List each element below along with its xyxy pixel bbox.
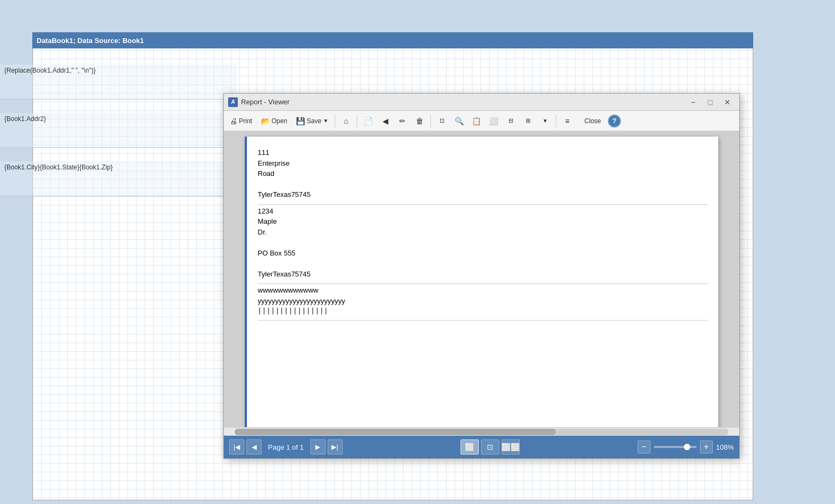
page-indicator: Page 1 of 1 — [268, 443, 304, 451]
fit-width-icon: ⊡ — [487, 443, 493, 451]
zoom-out-button[interactable]: − — [638, 441, 650, 453]
save-icon: 💾 — [296, 117, 305, 125]
toggle-button[interactable]: ≡ — [559, 113, 575, 129]
viewer-title-text: Report - Viewer — [241, 98, 289, 106]
viewer-titlebar-controls: − □ ✕ — [685, 96, 735, 108]
nav-controls: |◀ ◀ Page 1 of 1 ▶ ▶| — [229, 439, 343, 455]
zoom-slider-thumb — [684, 444, 690, 450]
viewer-statusbar: |◀ ◀ Page 1 of 1 ▶ ▶| ⬜ ⊡ ⬜⬜ — [224, 436, 739, 458]
fit-width-button[interactable]: ⊡ — [481, 439, 499, 455]
new-page-icon: 📄 — [364, 117, 373, 125]
record-3-addr1-line1: wwwwwwwwwwww — [258, 285, 707, 296]
search-button[interactable]: 🔍 — [451, 113, 467, 129]
two-page-icon: ⬜⬜ — [501, 443, 520, 451]
record-2-po-box: PO Box 555 — [258, 248, 707, 259]
edit-icon: ✏ — [399, 117, 406, 125]
two-page-view-button[interactable]: ⬜⬜ — [501, 439, 520, 455]
zoom-slider[interactable] — [654, 446, 697, 448]
field-3-text: {Book1.City}{Book1.State}{Book1.Zip} — [4, 164, 112, 171]
scrollbar-track — [235, 429, 728, 435]
open-button[interactable]: 📂 Open — [257, 113, 291, 129]
field-2-text: {Book1.Addr2} — [4, 115, 46, 123]
open-icon: 📂 — [261, 117, 270, 125]
fit-page-button[interactable]: ⊡ — [434, 113, 450, 129]
print-label: Print — [239, 117, 252, 125]
new-page-button[interactable]: 📄 — [360, 113, 376, 129]
prev-page-button[interactable]: ◀ — [377, 113, 393, 129]
text-view-icon: 📋 — [472, 117, 481, 125]
zoom-in-icon: + — [704, 442, 709, 452]
zoom-in-button[interactable]: + — [700, 441, 713, 453]
delete-button[interactable]: 🗑 — [412, 113, 428, 129]
record-1-addr1-line1: 111 — [258, 147, 707, 158]
designer-titlebar: DataBook1; Data Source: Book1 — [32, 32, 753, 48]
viewer-close-button[interactable]: ✕ — [720, 96, 735, 108]
grid-icon: ⊞ — [526, 117, 530, 124]
data-record-3: wwwwwwwwwwww yyyyyyyyyyyyyyyyyyyyyyyyy |… — [258, 285, 707, 321]
single-page-view-button[interactable]: ⬜ — [461, 439, 479, 455]
field-1-text: {Replace(Book1.Addr1," ", "\n")} — [4, 67, 96, 74]
record-2-addr1-line2: Maple — [258, 216, 707, 227]
first-page-icon: |◀ — [233, 443, 240, 451]
text-view-button[interactable]: 📋 — [468, 113, 484, 129]
panel-button[interactable]: ⬜ — [485, 113, 501, 129]
last-page-icon: ▶| — [331, 443, 338, 451]
print-button[interactable]: 🖨 Print — [226, 113, 256, 129]
prev-nav-icon: ◀ — [252, 443, 257, 451]
field-row-3[interactable]: {Book1.City}{Book1.State}{Book1.Zip} — [0, 161, 237, 196]
viewer-toolbar: 🖨 Print 📂 Open 💾 Save ▼ ⌂ 📄 ◀ ✏ — [224, 111, 739, 131]
record-3-barcode: |||||||||||||||| — [258, 306, 707, 316]
toolbar-close-label: Close — [584, 117, 601, 125]
page-content: 111 Enterprise Road TylerTexas75745 1234… — [245, 137, 718, 332]
record-1-addr2 — [258, 179, 707, 190]
record-1-city-state-zip: TylerTexas75745 — [258, 189, 707, 200]
separator-1 — [335, 115, 335, 127]
viewer-maximize-button[interactable]: □ — [703, 96, 718, 108]
viewer-app-icon: A — [228, 97, 238, 107]
horizontal-scrollbar[interactable] — [224, 427, 739, 436]
viewer-minimize-button[interactable]: − — [685, 96, 700, 108]
grid-dropdown-icon: ▼ — [542, 118, 548, 124]
help-button[interactable]: ? — [608, 115, 621, 127]
prev-icon: ◀ — [383, 117, 388, 125]
field-row-2[interactable]: {Book1.Addr2} — [0, 113, 237, 148]
record-2-addr1-line1: 1234 — [258, 206, 707, 217]
search-icon: 🔍 — [455, 117, 464, 125]
viewer-window: A Report - Viewer − □ ✕ 🖨 Print 📂 Open 💾… — [223, 93, 740, 459]
record-1-addr1-line3: Road — [258, 168, 707, 179]
record-2-addr1-line3: Dr. — [258, 227, 707, 238]
split-icon: ⊟ — [508, 117, 513, 124]
first-page-button[interactable]: |◀ — [229, 439, 244, 455]
separator-3 — [430, 115, 431, 127]
delete-icon: 🗑 — [416, 117, 423, 125]
viewer-titlebar: A Report - Viewer − □ ✕ — [224, 94, 739, 111]
viewer-page-area[interactable]: 111 Enterprise Road TylerTexas75745 1234… — [224, 131, 739, 427]
viewer-titlebar-left: A Report - Viewer — [228, 97, 289, 107]
save-dropdown-icon: ▼ — [323, 118, 328, 124]
page-home-button[interactable]: ⌂ — [338, 113, 354, 129]
toolbar-close-button[interactable]: Close — [578, 113, 607, 129]
panel-icon: ⬜ — [489, 117, 498, 125]
save-button[interactable]: 💾 Save ▼ — [292, 113, 332, 129]
next-nav-button[interactable]: ▶ — [310, 439, 325, 455]
view-controls: ⬜ ⊡ ⬜⬜ — [461, 439, 520, 455]
fit-page-icon: ⊡ — [440, 117, 444, 124]
grid-button[interactable]: ⊞ — [520, 113, 536, 129]
next-nav-icon: ▶ — [315, 443, 320, 451]
last-page-button[interactable]: ▶| — [328, 439, 343, 455]
separator-2 — [357, 115, 357, 127]
split-button[interactable]: ⊟ — [503, 113, 519, 129]
open-label: Open — [272, 117, 287, 125]
field-row-1[interactable]: {Replace(Book1.Addr1," ", "\n")} — [0, 65, 237, 100]
toggle-icon: ≡ — [565, 117, 569, 125]
record-2-city-state-zip — [258, 258, 707, 269]
zoom-level: 108% — [716, 443, 734, 451]
grid-dropdown-button[interactable]: ▼ — [537, 113, 553, 129]
save-label: Save — [307, 117, 321, 125]
edit-button[interactable]: ✏ — [394, 113, 411, 129]
data-record-1: 111 Enterprise Road TylerTexas75745 — [258, 147, 707, 205]
zoom-out-icon: − — [641, 442, 646, 452]
print-icon: 🖨 — [230, 117, 237, 125]
scrollbar-thumb[interactable] — [235, 429, 556, 435]
prev-nav-button[interactable]: ◀ — [246, 439, 261, 455]
